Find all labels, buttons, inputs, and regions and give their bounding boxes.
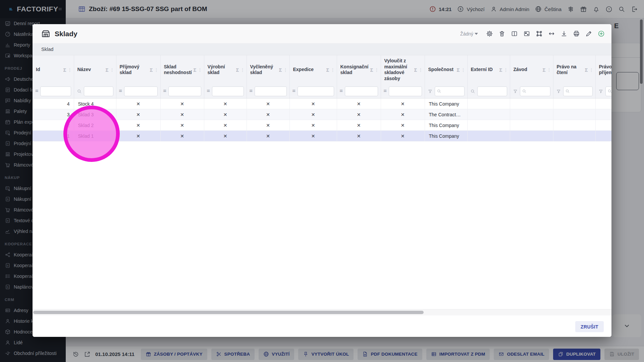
funnel-filter-icon[interactable] — [513, 89, 518, 94]
equals-filter-icon[interactable]: = — [340, 88, 343, 94]
filter-input-box — [477, 86, 507, 96]
table-row[interactable]: 4Stock 4✕✕✕✕✕✕✕This Company — [33, 99, 611, 109]
toolbar-download-button[interactable] — [560, 30, 568, 38]
filter-input-box — [520, 86, 550, 96]
column-header[interactable]: SpolečnostΣ⋮ — [425, 55, 467, 84]
filter-input[interactable] — [528, 88, 548, 94]
column-header[interactable]: NázevΣ⋮ — [74, 55, 116, 84]
equals-filter-icon[interactable]: = — [35, 88, 38, 94]
funnel-filter-icon[interactable] — [428, 89, 433, 94]
cell-name: Stock 4 — [74, 99, 116, 109]
column-menu-icon[interactable]: ⋮ — [331, 67, 335, 72]
column-header[interactable]: Externí IDΣ⋮ — [467, 55, 510, 84]
column-menu-icon[interactable]: ⋮ — [419, 67, 423, 72]
equals-filter-icon[interactable]: = — [163, 88, 166, 94]
column-menu-icon[interactable]: ⋮ — [547, 67, 551, 72]
column-menu-icon[interactable]: ⋮ — [240, 67, 245, 72]
toolbar-edit-button[interactable] — [585, 30, 592, 38]
filter-input[interactable] — [214, 88, 242, 94]
column-header[interactable]: Konsignační skladΣ⋮ — [337, 55, 381, 84]
filter-input[interactable] — [442, 88, 463, 94]
filter-cell: = — [204, 84, 247, 99]
sigma-icon[interactable]: Σ — [150, 67, 153, 73]
filter-input[interactable] — [479, 88, 505, 94]
search-icon — [607, 89, 612, 94]
toolbar-gear-button[interactable] — [486, 30, 493, 38]
filter-input[interactable] — [257, 88, 285, 94]
column-header[interactable]: ZávodΣ⋮ — [510, 55, 553, 84]
filter-input[interactable] — [300, 88, 332, 94]
mosaic-icon — [523, 30, 530, 37]
filter-input[interactable] — [126, 88, 156, 94]
sigma-icon[interactable]: Σ — [414, 67, 417, 73]
column-header[interactable]: Výrobní skladΣ⋮ — [204, 55, 247, 84]
cell-flag: ✕ — [337, 99, 381, 109]
table-row[interactable]: 3Sklad 3✕✕✕✕✕✕✕The Contractor … — [33, 109, 611, 120]
table-horizontal-scrollbar[interactable] — [33, 309, 611, 316]
search-filter-icon[interactable] — [77, 89, 82, 94]
filter-input-box — [563, 86, 593, 96]
column-menu-icon[interactable]: ⋮ — [283, 67, 287, 72]
sigma-icon[interactable]: Σ — [279, 67, 282, 73]
funnel-filter-icon[interactable] — [556, 89, 561, 94]
cell-company-link[interactable]: The Contractor … — [425, 109, 467, 120]
filter-cell: = — [160, 84, 204, 99]
filter-input[interactable] — [86, 88, 111, 94]
column-header[interactable]: ExpediceΣ⋮ — [289, 55, 337, 84]
column-menu-icon[interactable]: ⋮ — [375, 67, 379, 72]
column-header[interactable]: Příjmový skladΣ⋮ — [116, 55, 160, 84]
sigma-icon[interactable]: Σ — [326, 67, 329, 73]
cancel-button[interactable]: ZRUŠIT — [575, 321, 604, 332]
cell-company-link[interactable]: This Company — [425, 99, 467, 109]
equals-filter-icon[interactable]: = — [384, 88, 387, 94]
toolbar-mosaic-button[interactable] — [523, 30, 530, 38]
filter-input[interactable] — [42, 88, 69, 94]
filter-input[interactable] — [391, 88, 420, 94]
toolbar-trash-button[interactable] — [498, 30, 505, 38]
column-menu-icon[interactable]: ⋮ — [504, 67, 508, 72]
column-header[interactable]: IdΣ⋮ — [33, 55, 74, 84]
toolbar-columns-button[interactable] — [511, 30, 518, 38]
column-menu-icon[interactable]: ⋮ — [110, 67, 114, 72]
equals-filter-icon[interactable]: = — [207, 88, 210, 94]
column-header[interactable]: Právo na příjemΣ⋮ — [595, 55, 611, 84]
sigma-icon[interactable]: Σ — [370, 67, 373, 73]
search-filter-icon[interactable] — [470, 89, 475, 94]
cell-receive-right — [595, 120, 611, 131]
column-menu-icon[interactable]: ⋮ — [154, 67, 158, 72]
table-row[interactable]: 1Sklad 1✕✕✕✕✕✕✕This Company — [33, 131, 611, 141]
column-menu-icon[interactable]: ⋮ — [198, 67, 202, 72]
column-menu-icon[interactable]: ⋮ — [589, 67, 593, 72]
column-header[interactable]: Sklad neshodnostíΣ⋮ — [160, 55, 204, 84]
funnel-filter-icon[interactable] — [598, 89, 603, 94]
column-menu-icon[interactable]: ⋮ — [461, 67, 465, 72]
column-menu-icon[interactable]: ⋮ — [68, 67, 72, 72]
column-header[interactable]: Právo na čteníΣ⋮ — [553, 55, 595, 84]
sigma-icon[interactable]: Σ — [499, 67, 502, 73]
toolbar-print-button[interactable] — [573, 30, 580, 38]
cell-company-link[interactable]: This Company — [425, 131, 467, 141]
grouping-dropdown[interactable]: Žádný — [460, 31, 478, 37]
sigma-icon[interactable]: Σ — [193, 67, 196, 73]
table-row[interactable]: 2Sklad 2✕✕✕✕✕✕✕This Company — [33, 120, 611, 131]
filter-input[interactable] — [571, 88, 591, 94]
sigma-icon[interactable]: Σ — [542, 67, 545, 73]
filter-input[interactable] — [347, 88, 376, 94]
sigma-icon[interactable]: Σ — [236, 67, 239, 73]
sigma-icon[interactable]: Σ — [63, 67, 66, 73]
column-header[interactable]: Vyčleněný skladΣ⋮ — [247, 55, 289, 84]
equals-filter-icon[interactable]: = — [250, 88, 253, 94]
cell-company-link[interactable]: This Company — [425, 120, 467, 131]
equals-filter-icon[interactable]: = — [292, 88, 296, 94]
toolbar-frame-button[interactable] — [535, 30, 543, 38]
equals-filter-icon[interactable]: = — [119, 88, 122, 94]
scrollbar-thumb[interactable] — [33, 311, 424, 314]
toolbar-widtharrows-button[interactable] — [548, 30, 555, 38]
sigma-icon[interactable]: Σ — [585, 67, 588, 73]
sigma-icon[interactable]: Σ — [105, 67, 108, 73]
sigma-icon[interactable]: Σ — [457, 67, 460, 73]
column-header[interactable]: Vyloučit z maximální skladové zásobyΣ⋮ — [381, 55, 425, 84]
tab-sklad[interactable]: Sklad — [33, 47, 53, 52]
filter-input[interactable] — [170, 88, 199, 94]
toolbar-add-button[interactable] — [597, 30, 605, 38]
